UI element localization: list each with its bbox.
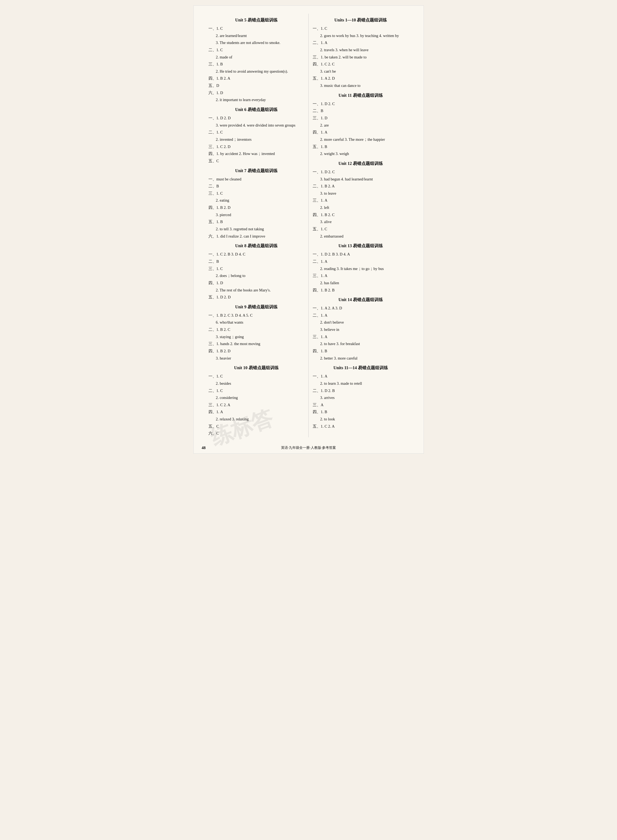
section-title: Unit 13 易错点题组训练	[313, 243, 409, 249]
entry: 2. has fallen	[320, 280, 409, 286]
entry: 6. who/that wants	[216, 319, 305, 326]
entry: 3. staying；going	[216, 334, 305, 340]
entry: 四、1. A	[313, 129, 409, 136]
entry: 三、1. A	[313, 197, 409, 204]
entry: 一、1. C	[208, 25, 305, 32]
entry: 五、C	[208, 158, 305, 164]
section-title: Unit 10 易错点题组训练	[208, 365, 305, 371]
entry: 一、1. D 2. D	[208, 115, 305, 121]
entry: 3. heavier	[216, 355, 305, 362]
right-column: Units 1—10 易错点题组训练一、1. C2. goes to work …	[308, 14, 413, 437]
entry: 五、1. A 2. D	[313, 75, 409, 82]
entry: 2. invented；inventors	[216, 136, 305, 143]
entry: 三、1. be taken 2. will be made to	[313, 54, 409, 61]
entry: 二、1. C	[208, 387, 305, 394]
entry: 一、1. C	[208, 373, 305, 380]
entry: 四、1. B 2. C	[313, 211, 409, 218]
entry: 六、1. D	[208, 90, 305, 96]
entry: 2. more careful 3. The more；the happier	[320, 136, 409, 143]
entry: 2. to look	[320, 416, 409, 423]
entry: 2. besides	[216, 380, 305, 387]
entry: 2. does；belong to	[216, 272, 305, 279]
entry: 四、1. B 2. A	[208, 75, 305, 82]
entry: 3. arrives	[320, 394, 409, 401]
page: Unit 5 易错点题组训练一、1. C2. are learned/learn…	[193, 5, 424, 454]
entry: 3. music that can dance to	[320, 82, 409, 89]
entry: 一、1. A	[313, 373, 409, 380]
section-title: Unit 9 易错点题组训练	[208, 304, 305, 310]
entry: 四、1. D	[208, 280, 305, 286]
entry: 二、1. A	[313, 39, 409, 46]
entry: 一、must be cleaned	[208, 176, 305, 183]
entry: 二、1. C	[208, 129, 305, 136]
entry: 3. alive	[320, 219, 409, 225]
entry: 3. to leave	[320, 190, 409, 197]
entry: 三、1. bands 2. the most moving	[208, 340, 305, 347]
entry: 三、1. C	[208, 265, 305, 272]
entry: 二、B	[208, 183, 305, 189]
entry: 2. weight 3. weigh	[320, 151, 409, 157]
section-title: Unit 11 易错点题组训练	[313, 93, 409, 98]
entry: 三、1. C 2. D	[208, 143, 305, 150]
entry: 三、1. C 2. A	[208, 402, 305, 408]
entry: 五、1. B	[208, 219, 305, 225]
entry: 五、1. C	[313, 226, 409, 232]
entry: 2. made of	[216, 54, 305, 61]
entry: 五、1. C 2. A	[313, 423, 409, 430]
entry: 二、1. A	[313, 258, 409, 265]
entry: 四、1. by accident 2. How was；invented	[208, 151, 305, 157]
entry: 五、1. B	[313, 143, 409, 150]
entry: 2. reading 3. It takes me；to go；by bus	[320, 265, 409, 272]
entry: 2. He tried to avoid answering my questi…	[216, 68, 305, 75]
entry: 六、1. did I realize 2. can I improve	[208, 233, 305, 240]
entry: 一、1. C	[313, 25, 409, 32]
entry: 六、C	[208, 430, 305, 437]
entry: 3. were provided 4. were divided into se…	[216, 122, 305, 129]
entry: 2. don't believe	[320, 319, 409, 326]
entry: 二、1. C	[208, 47, 305, 53]
entry: 2. embarrassed	[320, 233, 409, 240]
entry: 3. had begun 4. had learned/learnt	[320, 176, 409, 183]
entry: 3. The students are not allowed to smoke…	[216, 39, 305, 46]
entry: 2. better 3. more careful	[320, 355, 409, 362]
section-title: Unit 14 易错点题组训练	[313, 297, 409, 303]
entry: 二、1. B 2. A	[313, 183, 409, 189]
entry: 四、1. B 2. D	[208, 204, 305, 211]
entry: 二、1. A	[313, 312, 409, 319]
page-number: 48	[202, 446, 206, 450]
section-title: Unit 5 易错点题组训练	[208, 18, 305, 23]
entry: 五、1. D 2. D	[208, 294, 305, 300]
entry: 四、1. C 2. C	[313, 61, 409, 68]
entry: 三、1. B	[208, 61, 305, 68]
entry: 2. to tell 3. regretted not taking	[216, 226, 305, 232]
entry: 2. to have 3. for breakfast	[320, 340, 409, 347]
entry: 四、1. B	[313, 348, 409, 355]
entry: 3. can't be	[320, 68, 409, 75]
entry: 一、1. D 2. C	[313, 169, 409, 175]
entry: 2. goes to work by bus 3. by teaching 4.…	[320, 33, 409, 39]
section-title: Unit 6 易错点题组训练	[208, 107, 305, 112]
entry: 五、C	[208, 423, 305, 430]
entry: 2. are learned/learnt	[216, 33, 305, 39]
entry: 三、1. A	[313, 272, 409, 279]
entry: 3. believe in	[320, 326, 409, 333]
entry: 一、1. A 2. A 3. D	[313, 305, 409, 312]
entry: 四、1. B	[313, 409, 409, 415]
entry: 二、1. D 2. B	[313, 387, 409, 394]
entry: 2. relaxed 3. relaxing	[216, 416, 305, 423]
entry: 五、D	[208, 82, 305, 89]
entry: 四、1. B 2. B	[313, 287, 409, 294]
entry: 二、1. B 2. C	[208, 326, 305, 333]
section-title: Unit 12 易错点题组训练	[313, 161, 409, 167]
entry: 2. left	[320, 204, 409, 211]
entry: 一、1. D 2. B 3. D 4. A	[313, 251, 409, 258]
entry: 3. pierced	[216, 211, 305, 218]
section-title: Units 1—10 易错点题组训练	[313, 18, 409, 23]
entry: 三、1. D	[313, 115, 409, 121]
left-column: Unit 5 易错点题组训练一、1. C2. are learned/learn…	[204, 14, 309, 437]
entry: 2. it important to learn everyday	[216, 96, 305, 103]
entry: 三、A	[313, 402, 409, 408]
entry: 二、B	[313, 108, 409, 114]
entry: 2. considering	[216, 394, 305, 401]
entry: 2. travels 3. when he will leave	[320, 47, 409, 53]
